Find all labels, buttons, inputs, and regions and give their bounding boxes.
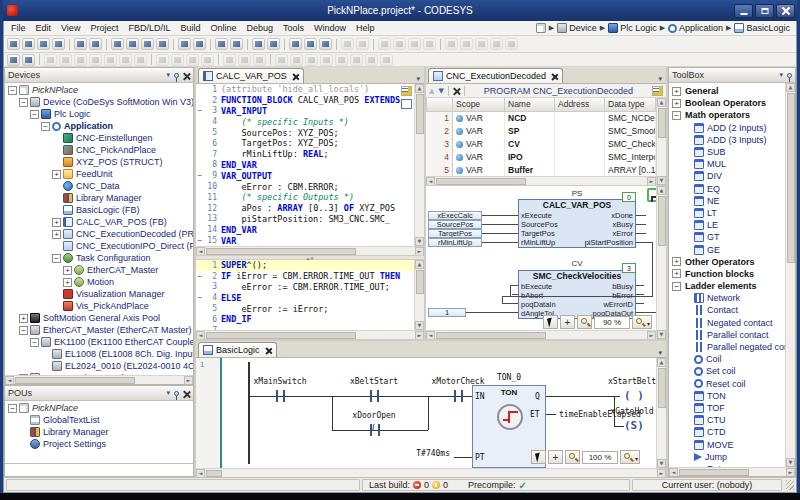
library-repository-icon[interactable] [215, 38, 228, 50]
insert-empty-box-icon[interactable] [186, 54, 199, 66]
tree-item-project-settings[interactable]: Project Settings [5, 438, 193, 450]
table-row[interactable]: 4VARIPOSMC_Interpolator [427, 150, 656, 163]
compile-icon[interactable] [289, 38, 302, 50]
tree-item-cnc-executionipo-direct-prg[interactable]: CNC_ExecutionIPO_Direct (PRG) [5, 240, 193, 252]
cut-icon[interactable] [111, 38, 124, 50]
expander-icon[interactable]: − [672, 111, 681, 120]
expander-icon[interactable]: + [63, 278, 72, 287]
fold-marker[interactable]: − [196, 272, 204, 281]
edge-detection-icon[interactable] [320, 54, 333, 66]
menu-help[interactable]: Help [351, 22, 380, 34]
tab-calc-var-pos[interactable]: CALC_VAR_POS [198, 68, 304, 83]
panel-menu-icon[interactable]: ▾ [166, 71, 170, 79]
expander-icon[interactable]: + [63, 266, 72, 275]
fbd-canvas[interactable]: PS CALC_VAR_POS xExecuteSourcePosTargetP… [426, 186, 666, 339]
declaration-editor[interactable]: 1{attribute 'hide_all_locals'}2FUNCTION_… [196, 84, 424, 246]
tab-list-dropdown-icon[interactable]: ▾ [654, 349, 666, 357]
close-tab-icon[interactable] [265, 347, 272, 354]
insert-return-icon[interactable] [223, 54, 236, 66]
zoom-tool-icon[interactable] [565, 450, 580, 464]
pin-icon[interactable] [174, 73, 179, 78]
tree-item-ne[interactable]: NE [669, 195, 785, 207]
scroll-right-icon[interactable]: ► [647, 331, 656, 340]
tree-item-ctd[interactable]: CTD [669, 426, 785, 438]
tree-item-tof[interactable]: TOF [669, 402, 785, 414]
scroll-down-icon[interactable]: ▼ [657, 459, 666, 468]
find-icon[interactable] [178, 38, 191, 50]
variable-table[interactable]: ScopeNameAddressData type1VARNCDSMC_NCDe… [426, 98, 656, 176]
scroll-up-icon[interactable]: ▲ [786, 83, 795, 92]
fold-marker[interactable]: − [196, 171, 204, 180]
decl-hscrollbar[interactable]: ◄ ► [196, 246, 424, 255]
menu-edit[interactable]: Edit [31, 22, 57, 34]
expander-icon[interactable]: + [672, 269, 681, 278]
tree-item-ethercat-master-ethercat-master[interactable]: −EtherCAT_Master (EtherCAT Master) [5, 324, 193, 336]
menu-window[interactable]: Window [309, 22, 351, 34]
tab-list-dropdown-icon[interactable]: ▾ [654, 75, 666, 83]
tree-item-add-3-inputs[interactable]: ADD (3 Inputs) [669, 134, 785, 146]
flow-control-icon[interactable] [505, 38, 518, 50]
tree-item-other-operators[interactable]: +Other Operators [669, 256, 785, 268]
table-row[interactable]: 3VARCVSMC_CheckVelocities [427, 137, 656, 150]
expander-icon[interactable]: − [52, 254, 61, 263]
table-row[interactable]: 5VARBufferARRAY [0..1] OF ARRAY[ [427, 163, 656, 176]
scroll-up-icon[interactable]: ▲ [415, 260, 424, 269]
project-settings-icon[interactable] [230, 38, 243, 50]
expander-icon[interactable]: + [52, 230, 61, 239]
tree-item-cnc-data[interactable]: CNC_Data [5, 180, 193, 192]
set-coil-xgatehold[interactable]: (S) [624, 419, 644, 432]
undo-icon[interactable] [74, 38, 87, 50]
navigate-icon[interactable] [380, 54, 393, 66]
tree-item-calc-var-pos-fb[interactable]: +CALC_VAR_POS (FB) [5, 216, 193, 228]
move-down-icon[interactable]: ▼ [438, 87, 443, 95]
tree-item-parallel-contact[interactable]: Parallel contact [669, 329, 785, 341]
set-reset-icon[interactable] [335, 54, 348, 66]
column-header-name[interactable]: Name [505, 98, 555, 111]
tab-list-dropdown-icon[interactable]: ▾ [412, 75, 424, 83]
tab-basiclogic[interactable]: BasicLogic [198, 342, 277, 357]
toolbox-tree[interactable]: +General+Boolean Operators−Math operator… [669, 83, 785, 467]
step-out-icon[interactable] [475, 38, 488, 50]
column-header-address[interactable]: Address [555, 98, 605, 111]
scroll-down-icon[interactable]: ▼ [415, 237, 424, 246]
minimize-button[interactable] [734, 4, 753, 18]
tree-item-feedunit[interactable]: +FeedUnit [5, 168, 193, 180]
fold-marker[interactable]: − [196, 236, 204, 245]
scroll-left-icon[interactable]: ◄ [5, 376, 14, 385]
new-object-icon[interactable] [252, 38, 265, 50]
column-header-scope[interactable]: Scope [453, 98, 505, 111]
delete-icon[interactable] [156, 38, 169, 50]
expander-icon[interactable]: − [41, 122, 50, 131]
menu-tools[interactable]: Tools [278, 22, 309, 34]
devices-hscrollbar[interactable]: ◄ ► [5, 375, 193, 384]
tree-item-ton[interactable]: TON [669, 390, 785, 402]
tree-item-mul[interactable]: MUL [669, 158, 785, 170]
insert-coil-icon[interactable] [104, 54, 117, 66]
tree-item-div[interactable]: DIV [669, 170, 785, 182]
tree-item-ctu[interactable]: CTU [669, 414, 785, 426]
textual-declaration-icon[interactable] [401, 86, 412, 96]
tree-item-move[interactable]: MOVE [669, 438, 785, 450]
insert-box-with-en-icon[interactable] [171, 54, 184, 66]
expander-icon[interactable]: − [30, 110, 39, 119]
menu-build[interactable]: Build [175, 22, 205, 34]
tree-item-vis-pickandplace[interactable]: Vis_PickAndPlace [5, 300, 193, 312]
tree-item-cnc-pickandplace[interactable]: CNC_PickAndPlace [5, 144, 193, 156]
insert-comment-icon[interactable] [22, 54, 35, 66]
close-tab-icon[interactable] [292, 73, 299, 80]
expander-icon[interactable]: + [52, 218, 61, 227]
logout-icon[interactable] [356, 38, 369, 50]
expander-icon[interactable]: + [672, 257, 681, 266]
move-up-icon[interactable]: ▲ [429, 87, 434, 95]
zoom-level[interactable]: 100 % [582, 451, 618, 464]
insert-reset-coil-icon[interactable] [134, 54, 147, 66]
menu-project[interactable]: Project [85, 22, 123, 34]
insert-negated-contact-icon[interactable] [59, 54, 72, 66]
tree-item-ethercat-master[interactable]: +EtherCAT_Master [5, 264, 193, 276]
contact-xbeltstart[interactable] [370, 390, 372, 402]
expander-icon[interactable]: − [30, 338, 39, 347]
step-into-icon[interactable] [460, 38, 473, 50]
body-vscrollbar[interactable]: ▲ ▼ [414, 260, 424, 330]
fold-marker[interactable]: − [196, 106, 204, 115]
tree-item-cnc-einstellungen[interactable]: CNC-Einstellungen [5, 132, 193, 144]
